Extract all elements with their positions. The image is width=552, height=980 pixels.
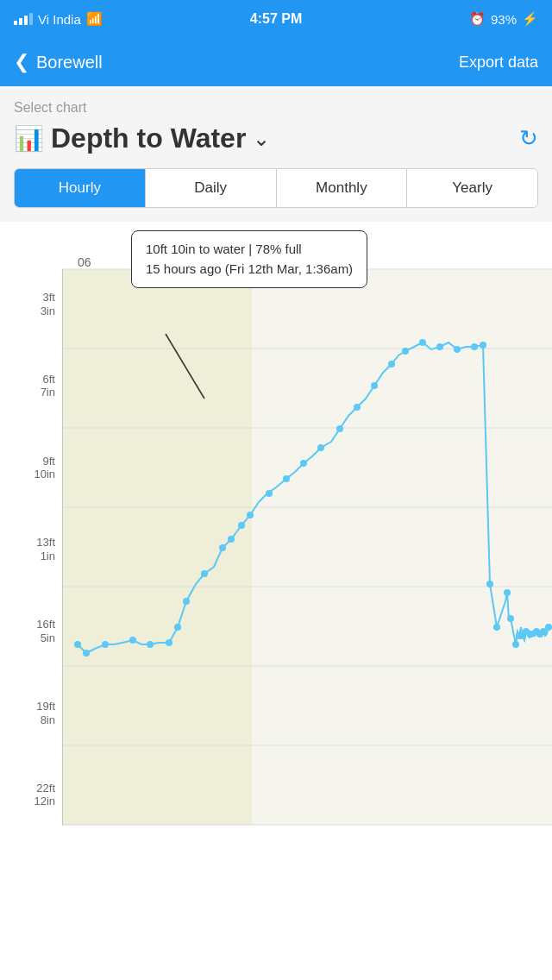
svg-point-23 xyxy=(228,536,235,543)
svg-point-21 xyxy=(201,570,208,577)
svg-point-16 xyxy=(129,637,136,644)
refresh-icon[interactable]: ↻ xyxy=(519,125,538,152)
signal-icon xyxy=(14,13,33,25)
svg-point-52 xyxy=(545,624,552,631)
svg-point-33 xyxy=(388,361,395,368)
chart-plot-area: 10ft 10in to water | 78% full 15 hours a… xyxy=(62,222,552,826)
svg-point-40 xyxy=(486,581,493,587)
charging-icon: ⚡ xyxy=(522,11,538,27)
x-label-06: 06 xyxy=(78,255,91,269)
svg-point-34 xyxy=(402,348,409,355)
chart-title-text: Depth to Water xyxy=(51,122,246,154)
svg-point-17 xyxy=(147,641,154,648)
svg-point-35 xyxy=(419,339,426,346)
svg-point-43 xyxy=(507,615,514,622)
tab-daily[interactable]: Daily xyxy=(146,169,277,207)
y-axis: 3ft3in 6ft7in 9ft10in 13ft1in 16ft5in 19… xyxy=(0,222,62,826)
y-label-4: 13ft1in xyxy=(0,536,62,562)
svg-point-18 xyxy=(166,639,172,646)
svg-point-42 xyxy=(504,589,511,596)
svg-point-31 xyxy=(354,404,361,411)
svg-point-25 xyxy=(247,512,254,518)
svg-point-38 xyxy=(471,343,478,350)
alarm-icon: ⏰ xyxy=(469,11,486,27)
svg-point-22 xyxy=(219,544,226,551)
svg-point-41 xyxy=(493,624,500,631)
tab-yearly[interactable]: Yearly xyxy=(407,169,537,207)
svg-point-28 xyxy=(300,460,307,467)
status-left: Vi India 📶 xyxy=(14,11,103,27)
svg-point-14 xyxy=(83,650,90,656)
y-label-7: 22ft12in xyxy=(0,782,62,808)
svg-point-27 xyxy=(283,475,290,482)
export-button[interactable]: Export data xyxy=(459,53,538,72)
svg-point-20 xyxy=(183,598,190,605)
svg-point-15 xyxy=(102,641,109,648)
y-label-2: 6ft7in xyxy=(0,373,62,399)
chart-section: 3ft3in 6ft7in 9ft10in 13ft1in 16ft5in 19… xyxy=(0,222,552,826)
back-icon: ❮ xyxy=(14,51,29,73)
svg-point-24 xyxy=(238,522,245,529)
svg-point-39 xyxy=(480,342,486,349)
svg-point-26 xyxy=(266,490,273,497)
tooltip-line1: 10ft 10in to water | 78% full xyxy=(146,240,353,260)
y-label-6: 19ft8in xyxy=(0,700,62,726)
nav-bar: ❮ Borewell Export data xyxy=(0,38,552,86)
select-chart-label: Select chart xyxy=(14,100,538,116)
time-label: 4:57 PM xyxy=(250,11,302,27)
svg-point-37 xyxy=(454,346,461,353)
chart-svg: 06 xyxy=(62,222,552,826)
chart-title-left: 📊 Depth to Water ⌄ xyxy=(14,122,270,154)
content-area: Select chart 📊 Depth to Water ⌄ ↻ Hourly… xyxy=(0,86,552,222)
svg-point-13 xyxy=(74,641,81,648)
y-label-5: 16ft5in xyxy=(0,618,62,644)
wifi-icon: 📶 xyxy=(86,11,103,27)
tooltip-line2: 15 hours ago (Fri 12th Mar, 1:36am) xyxy=(146,260,353,280)
tab-hourly[interactable]: Hourly xyxy=(15,169,146,207)
y-label-1: 3ft3in xyxy=(0,291,62,317)
svg-point-44 xyxy=(512,641,519,648)
tabs-container: Hourly Daily Monthly Yearly xyxy=(14,168,538,208)
battery-label: 93% xyxy=(491,12,517,27)
svg-point-32 xyxy=(371,382,378,389)
carrier-label: Vi India xyxy=(38,12,81,27)
svg-point-30 xyxy=(336,425,343,432)
svg-point-36 xyxy=(436,343,443,350)
tooltip: 10ft 10in to water | 78% full 15 hours a… xyxy=(131,230,367,288)
tab-monthly[interactable]: Monthly xyxy=(277,169,408,207)
back-label: Borewell xyxy=(36,53,103,72)
back-button[interactable]: ❮ Borewell xyxy=(14,51,103,73)
chart-title-row: 📊 Depth to Water ⌄ ↻ xyxy=(14,122,538,154)
svg-point-29 xyxy=(317,444,324,451)
dropdown-arrow-icon[interactable]: ⌄ xyxy=(253,127,270,151)
chart-bar-icon: 📊 xyxy=(14,124,44,153)
status-bar: Vi India 📶 4:57 PM ⏰ 93% ⚡ xyxy=(0,0,552,38)
y-label-3: 9ft10in xyxy=(0,455,62,481)
svg-point-19 xyxy=(174,624,181,631)
status-right: ⏰ 93% ⚡ xyxy=(469,11,538,27)
